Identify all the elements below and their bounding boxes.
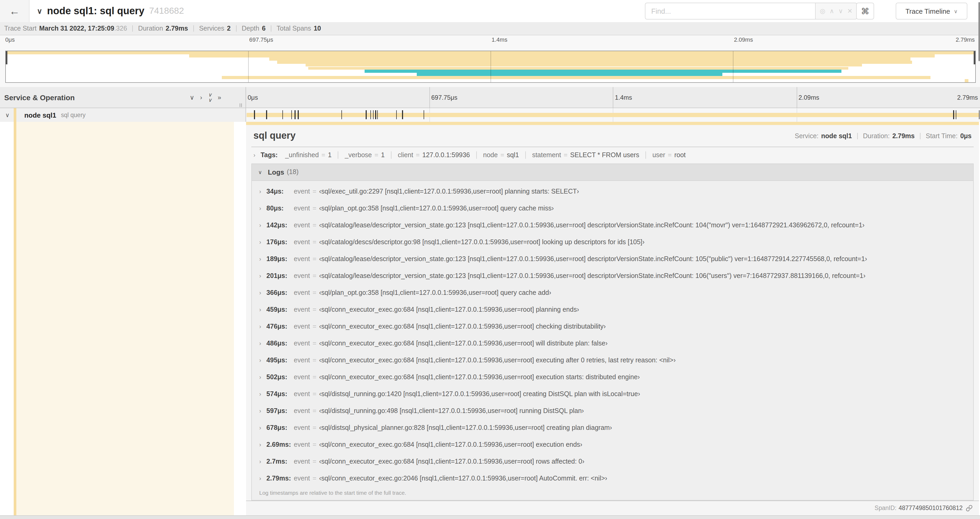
span-name-cell[interactable]: ∨ node sql1 sql query: [0, 108, 245, 122]
log-entry[interactable]: ›486μs:event=‹sql/conn_executor_exec.go:…: [252, 335, 973, 351]
expand-all-icon[interactable]: »: [218, 94, 221, 101]
log-timestamp: 476μs:: [266, 323, 294, 330]
logs-header[interactable]: ∨ Logs (18): [252, 164, 973, 180]
minimap-left-scrubber[interactable]: [6, 51, 7, 64]
log-field-key: event: [294, 221, 310, 228]
back-button[interactable]: ←: [0, 0, 30, 22]
collapse-all-icon[interactable]: ∨∨: [208, 92, 212, 103]
log-marker[interactable]: [295, 110, 296, 119]
log-expand-chevron-icon[interactable]: ›: [259, 205, 261, 211]
trace-collapse-chevron-icon[interactable]: ∨: [37, 7, 42, 15]
span-collapse-chevron-icon[interactable]: ∨: [5, 112, 10, 118]
log-marker[interactable]: [341, 110, 342, 119]
log-expand-chevron-icon[interactable]: ›: [259, 306, 261, 313]
log-expand-chevron-icon[interactable]: ›: [259, 374, 261, 380]
scrollbar-thumb[interactable]: [978, 2, 980, 61]
log-entry[interactable]: ›2.69ms:event=‹sql/conn_executor_exec.go…: [252, 436, 973, 453]
clear-search-icon[interactable]: ✕: [847, 8, 853, 14]
log-marker[interactable]: [953, 110, 954, 119]
log-marker[interactable]: [396, 110, 397, 119]
log-expand-chevron-icon[interactable]: ›: [259, 256, 261, 262]
tags-label[interactable]: Tags:: [261, 151, 278, 158]
keyboard-shortcuts-button[interactable]: ⌘: [856, 3, 874, 19]
log-equals: =: [313, 289, 317, 296]
log-expand-chevron-icon[interactable]: ›: [259, 357, 261, 363]
log-expand-chevron-icon[interactable]: ›: [259, 239, 261, 245]
log-marker[interactable]: [423, 110, 424, 119]
tag-equals: =: [416, 151, 420, 158]
expand-one-icon[interactable]: ›: [200, 94, 202, 101]
tag-equals: =: [564, 151, 568, 158]
log-entry[interactable]: ›201μs:event=‹sql/catalog/lease/descript…: [252, 267, 973, 284]
log-field-key: event: [294, 187, 310, 195]
prev-result-icon[interactable]: ∧: [830, 8, 834, 14]
log-entry[interactable]: ›366μs:event=‹sql/plan_opt.go:358 [nsql1…: [252, 284, 973, 301]
minimap-axis: 0μs697.75μs1.4ms2.09ms2.79ms: [5, 37, 975, 44]
tags-expand-chevron-icon[interactable]: ›: [253, 152, 255, 158]
log-entry[interactable]: ›495μs:event=‹sql/conn_executor_exec.go:…: [252, 351, 973, 369]
span-detail-title: sql query: [253, 130, 296, 141]
log-entry[interactable]: ›34μs:event=‹sql/exec_util.go:2297 [nsql…: [252, 183, 973, 200]
column-resizer-grip[interactable]: [240, 103, 242, 107]
log-entry[interactable]: ›502μs:event=‹sql/conn_executor_exec.go:…: [252, 369, 973, 385]
log-entry[interactable]: ›597μs:event=‹sql/distsql_running.go:498…: [252, 402, 973, 419]
span-timeline-cell[interactable]: [245, 108, 980, 122]
next-result-icon[interactable]: ∨: [838, 8, 843, 14]
minimap-canvas[interactable]: [5, 51, 976, 83]
log-entry[interactable]: ›176μs:event=‹sql/catalog/descs/descript…: [252, 233, 973, 250]
log-marker[interactable]: [373, 110, 374, 119]
log-entry[interactable]: ›459μs:event=‹sql/conn_executor_exec.go:…: [252, 301, 973, 318]
view-selector-button[interactable]: Trace Timeline ∨: [896, 3, 967, 19]
log-expand-chevron-icon[interactable]: ›: [259, 458, 261, 465]
log-expand-chevron-icon[interactable]: ›: [259, 289, 261, 295]
log-entry[interactable]: ›142μs:event=‹sql/catalog/lease/descript…: [252, 217, 973, 233]
log-equals: =: [313, 221, 317, 228]
log-entry[interactable]: ›2.79ms:event=‹sql/conn_executor_exec.go…: [252, 469, 973, 487]
log-expand-chevron-icon[interactable]: ›: [259, 391, 261, 397]
log-expand-chevron-icon[interactable]: ›: [259, 424, 261, 431]
log-field-value: ‹sql/conn_executor_exec.go:2046 [nsql1,c…: [319, 474, 607, 482]
log-field-value: ‹sql/conn_executor_exec.go:684 [nsql1,cl…: [319, 441, 582, 448]
span-duration-bar[interactable]: [247, 113, 979, 117]
log-marker[interactable]: [291, 110, 292, 119]
log-expand-chevron-icon[interactable]: ›: [259, 441, 261, 447]
log-marker[interactable]: [298, 110, 299, 119]
log-expand-chevron-icon[interactable]: ›: [259, 188, 261, 194]
log-marker[interactable]: [254, 110, 255, 119]
span-row[interactable]: ∨ node sql1 sql query: [0, 108, 980, 122]
log-expand-chevron-icon[interactable]: ›: [259, 272, 261, 279]
log-entry[interactable]: ›574μs:event=‹sql/distsql_running.go:142…: [252, 385, 973, 402]
deep-link-icon[interactable]: [966, 505, 973, 512]
log-marker[interactable]: [366, 110, 367, 119]
collapse-one-icon[interactable]: ∨: [190, 94, 194, 101]
log-entry[interactable]: ›678μs:event=‹sql/distsql_physical_plann…: [252, 419, 973, 436]
log-entry[interactable]: ›476μs:event=‹sql/conn_executor_exec.go:…: [252, 318, 973, 335]
log-marker[interactable]: [402, 110, 403, 119]
log-marker[interactable]: [371, 110, 371, 119]
log-marker[interactable]: [979, 110, 980, 119]
log-expand-chevron-icon[interactable]: ›: [259, 407, 261, 414]
log-field-key: event: [294, 306, 310, 313]
locate-icon[interactable]: ◎: [820, 8, 826, 14]
log-expand-chevron-icon[interactable]: ›: [259, 340, 261, 346]
log-marker[interactable]: [377, 110, 378, 119]
minimap-span-bar: [965, 79, 969, 82]
log-entry[interactable]: ›189μs:event=‹sql/catalog/lease/descript…: [252, 250, 973, 267]
minimap-span-bar: [305, 64, 862, 67]
ruler-label: 2.09ms: [799, 94, 819, 101]
log-marker[interactable]: [266, 110, 267, 119]
log-expand-chevron-icon[interactable]: ›: [259, 323, 261, 329]
log-entry[interactable]: ›80μs:event=‹sql/plan_opt.go:358 [nsql1,…: [252, 200, 973, 217]
log-field-key: event: [294, 474, 310, 482]
log-entry[interactable]: ›2.7ms:event=‹sql/conn_executor_exec.go:…: [252, 453, 973, 469]
log-marker[interactable]: [282, 110, 283, 119]
minimap-right-scrubber[interactable]: [974, 51, 975, 64]
find-input[interactable]: [645, 3, 815, 19]
tags-row[interactable]: › Tags: _unfinished=1_verbose=1client=12…: [246, 147, 979, 163]
column-divider[interactable]: [245, 87, 246, 122]
log-field-value: ‹sql/catalog/lease/descriptor_version_st…: [319, 221, 864, 228]
log-expand-chevron-icon[interactable]: ›: [259, 475, 261, 481]
log-marker[interactable]: [956, 110, 956, 119]
log-expand-chevron-icon[interactable]: ›: [259, 222, 261, 228]
log-marker[interactable]: [375, 110, 376, 119]
